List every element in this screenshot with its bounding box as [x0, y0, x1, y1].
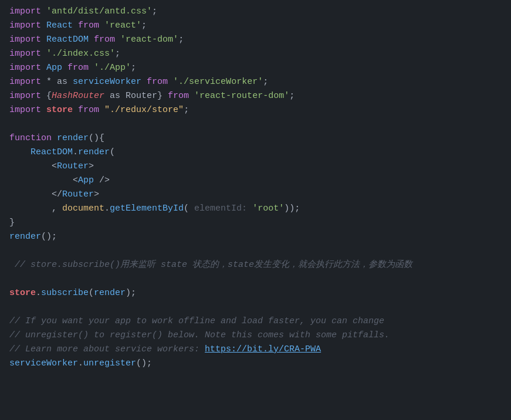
token: from	[168, 89, 189, 103]
token: 'react-router-dom'	[194, 89, 289, 103]
code-line: , document.getElementById( elementId: 'r…	[0, 202, 511, 216]
token	[99, 103, 104, 117]
token: store	[9, 286, 36, 300]
token: .	[78, 357, 83, 371]
code-editor: import 'antd/dist/antd.css';import React…	[0, 0, 511, 375]
token: * as	[41, 75, 73, 89]
token: function	[9, 131, 52, 145]
code-line: import App from './App';	[0, 61, 511, 75]
token: store	[46, 103, 73, 117]
token	[189, 89, 194, 103]
token: Router}	[126, 89, 168, 103]
token: ;	[152, 5, 157, 19]
code-line: // store.subscribe()用来监听 state 状态的，state…	[0, 258, 511, 272]
token: <	[9, 160, 57, 174]
token: ();	[136, 357, 152, 371]
token: </	[9, 188, 62, 202]
token: render	[78, 145, 110, 160]
token: App	[46, 61, 62, 75]
token: render	[94, 286, 126, 300]
token: {	[41, 89, 52, 103]
token: 'antd/dist/antd.css'	[46, 5, 152, 19]
code-line: ReactDOM.render(	[0, 145, 511, 160]
token: React	[46, 19, 73, 33]
token: from	[78, 103, 99, 117]
code-line: store.subscribe(render);	[0, 286, 511, 300]
code-line: // unregister() to register() below. Not…	[0, 328, 511, 343]
token: ,	[9, 202, 62, 216]
token: ;	[131, 61, 136, 75]
code-line: import store from "./redux/store";	[0, 103, 511, 117]
token: import	[9, 5, 41, 19]
token	[41, 19, 46, 33]
token	[89, 61, 94, 75]
token: './index.css'	[46, 47, 115, 61]
token: import	[9, 47, 41, 61]
token	[73, 19, 78, 33]
code-line: import './index.css';	[0, 47, 511, 61]
token: https://bit.ly/CRA-PWA	[205, 343, 321, 357]
token: ));	[284, 202, 300, 216]
token: ReactDOM	[31, 145, 73, 160]
token	[41, 47, 46, 61]
token: import	[9, 61, 41, 75]
token: ;	[263, 75, 268, 89]
token: }	[9, 216, 15, 230]
token	[141, 75, 147, 89]
code-line	[0, 117, 511, 131]
token: render	[57, 131, 89, 145]
token: Router	[57, 160, 89, 174]
token: './serviceWorker'	[173, 75, 263, 89]
token: ;	[115, 47, 120, 61]
code-line: render();	[0, 230, 511, 244]
token: './App'	[94, 61, 131, 75]
token: ;	[184, 103, 189, 117]
token: serviceWorker	[9, 357, 78, 371]
token: unregister	[83, 357, 136, 371]
token	[115, 33, 120, 47]
token: getElementById	[110, 202, 184, 216]
token	[41, 33, 46, 47]
code-line: import 'antd/dist/antd.css';	[0, 5, 511, 19]
code-line	[0, 300, 511, 314]
token: // If you want your app to work offline …	[9, 314, 384, 328]
token: 'react'	[104, 19, 141, 33]
token: import	[9, 19, 41, 33]
token: HashRouter	[52, 89, 104, 103]
code-line: import * as serviceWorker from './servic…	[0, 75, 511, 89]
token	[41, 61, 46, 75]
token: 'react-dom'	[120, 33, 178, 47]
token: // Learn more about service workers:	[9, 343, 205, 357]
token: Router	[62, 188, 94, 202]
token: from	[147, 75, 168, 89]
token: as	[104, 89, 126, 103]
token	[89, 33, 94, 47]
token: ReactDOM	[46, 33, 89, 47]
token: subscribe	[41, 286, 89, 300]
token: 'root'	[252, 202, 284, 216]
token: (	[110, 145, 115, 160]
token: .	[73, 145, 78, 160]
token: serviceWorker	[73, 75, 141, 89]
code-line: import {HashRouter as Router} from 'reac…	[0, 89, 511, 103]
code-line	[0, 244, 511, 258]
token	[62, 61, 67, 75]
token: // store.subscribe()用来监听 state 状态的，state…	[9, 258, 412, 272]
code-line: }	[0, 216, 511, 230]
token: from	[94, 33, 115, 47]
token	[73, 103, 78, 117]
token	[41, 103, 46, 117]
token: document	[62, 202, 104, 216]
token: );	[126, 286, 136, 300]
token: // unregister() to register() below. Not…	[9, 328, 390, 343]
token: ;	[289, 89, 295, 103]
code-line: serviceWorker.unregister();	[0, 357, 511, 371]
token: ;	[178, 33, 184, 47]
token: (	[184, 202, 194, 216]
token: import	[9, 33, 41, 47]
token: ();	[41, 230, 57, 244]
code-line: <Router>	[0, 160, 511, 174]
token	[168, 75, 173, 89]
token: (	[89, 286, 94, 300]
token	[41, 5, 46, 19]
